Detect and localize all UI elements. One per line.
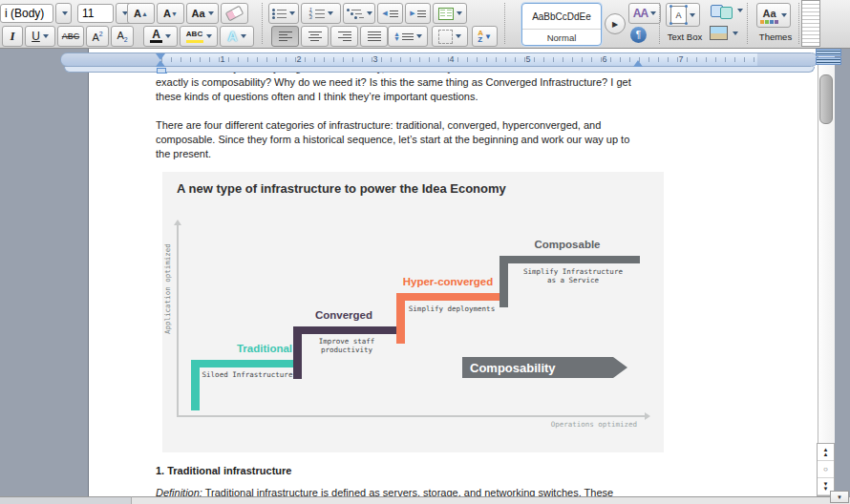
text-effects-button[interactable]: A: [220, 26, 254, 47]
text-box-button[interactable]: A: [666, 3, 700, 27]
eraser-icon: [225, 6, 244, 22]
strikethrough-button[interactable]: ABC: [57, 26, 84, 47]
left-indent-marker[interactable]: [157, 68, 166, 74]
x-axis-arrow-icon: [645, 412, 650, 420]
split-view-button[interactable]: [816, 57, 841, 65]
paragraph-mark-icon: ¶: [636, 30, 641, 40]
spacing-arrows-icon: ▲▼: [393, 32, 400, 41]
themes-button[interactable]: Aa: [756, 3, 791, 28]
italic-button[interactable]: I: [2, 26, 23, 47]
themes-group: Aa: [756, 3, 791, 28]
subscript-button[interactable]: A2: [111, 26, 134, 47]
numbered-list-button[interactable]: 1 2 3: [301, 3, 341, 24]
styles-expand-button[interactable]: ▶: [605, 13, 626, 34]
highlight-button[interactable]: ABC: [180, 26, 218, 47]
step-riser-hyperconverged: [396, 293, 405, 344]
font-size-combo[interactable]: 11: [77, 4, 114, 23]
horizontal-ruler[interactable]: 1234567: [60, 52, 818, 73]
chevron-down-icon: [62, 11, 68, 15]
chevron-down-icon: [165, 34, 171, 38]
toolbar-separator: [798, 3, 799, 44]
section-heading[interactable]: 1. Traditional infrastructure: [156, 464, 291, 478]
decrease-indent-button[interactable]: ◀: [377, 3, 403, 24]
previous-page-button[interactable]: ▲ ▲: [818, 444, 834, 461]
shrink-font-button[interactable]: A▼: [157, 3, 184, 24]
view-buttons-strip[interactable]: [0, 496, 132, 504]
textbox-group: A: [666, 3, 700, 27]
chevron-down-icon: [650, 11, 656, 15]
textbox-a-glyph: A: [675, 10, 681, 20]
columns-button[interactable]: [433, 3, 467, 24]
grow-font-button[interactable]: A▲: [127, 3, 155, 24]
sort-button[interactable]: AZ ▼: [472, 26, 498, 47]
show-paragraph-marks-button[interactable]: ¶: [630, 27, 647, 43]
highlight-icon: ABC: [186, 30, 203, 43]
borders-button[interactable]: [432, 26, 468, 47]
change-case-button[interactable]: Aa: [186, 3, 219, 24]
text-line: exactly is composability? Why do we need…: [156, 75, 631, 90]
align-left-button[interactable]: [271, 26, 299, 47]
ruler-margin-right: [757, 53, 818, 66]
chevron-down-icon: [43, 34, 49, 38]
styles-buttons: AA: [628, 3, 661, 24]
lines-icon: [417, 10, 426, 17]
infrastructure-figure[interactable]: A new type of infrastructure to power th…: [162, 172, 664, 452]
step-sublabel-converged: Improve staff productivity: [299, 337, 394, 354]
shapes-icon: [720, 7, 733, 19]
font-group: i (Body) 11: [0, 3, 132, 24]
font-color-group: A ABC A: [143, 26, 254, 47]
vertical-scrollbar-thumb[interactable]: [819, 74, 833, 124]
chevron-down-icon: [367, 11, 372, 15]
text-effects-icon: A: [227, 29, 237, 44]
ruler-toggle-button[interactable]: [816, 49, 841, 56]
step-sublabel-traditional: Siloed Infrastructure: [200, 370, 295, 379]
multilevel-list-button[interactable]: [343, 3, 375, 24]
picture-button[interactable]: [710, 26, 738, 40]
increase-indent-button[interactable]: ▶: [405, 3, 431, 24]
font-name-dropdown[interactable]: [55, 3, 72, 24]
right-indent-marker[interactable]: [633, 60, 643, 67]
x-axis-line: [177, 415, 645, 417]
styles-gallery-button[interactable]: AA: [628, 3, 661, 24]
superscript-button[interactable]: A2: [86, 26, 109, 47]
font-name-combo[interactable]: i (Body): [0, 4, 53, 23]
align-left-icon: [279, 32, 292, 41]
hanging-indent-marker[interactable]: [156, 60, 165, 67]
line-spacing-button[interactable]: ▲▼: [388, 26, 428, 47]
justify-icon: [368, 32, 381, 41]
chevron-down-icon: [328, 11, 333, 15]
ruler-lower-bar: [64, 67, 815, 73]
double-up-icon: ▲: [823, 452, 829, 457]
styles-gallery-partial[interactable]: [801, 0, 820, 47]
grow-font-icon: A: [134, 8, 141, 19]
style-preview-box[interactable]: AaBbCcDdEe Normal: [521, 3, 602, 46]
paragraph-2[interactable]: There are four different categories of i…: [156, 118, 629, 161]
scroll-down-button[interactable]: ▼: [830, 491, 849, 503]
font-size-value: 11: [82, 7, 94, 20]
select-browse-object-button[interactable]: ○: [818, 461, 834, 478]
shrink-font-icon: A: [163, 8, 171, 19]
first-line-indent-marker[interactable]: [156, 53, 165, 60]
step-bar-traditional: [191, 360, 293, 368]
toolbar-separator: [747, 3, 748, 44]
themes-aa-glyph: Aa: [762, 8, 776, 19]
justify-button[interactable]: [360, 26, 388, 47]
sort-icon: AZ ▼: [478, 30, 492, 43]
underline-button[interactable]: U: [25, 26, 55, 47]
styles-aa-icon: AA: [633, 7, 648, 20]
font-color-button[interactable]: A: [143, 26, 178, 47]
text-line: these kinds of questions often and I thi…: [156, 90, 631, 104]
indent-left-icon: ◀: [382, 10, 387, 17]
chevron-down-icon: [456, 34, 461, 38]
align-center-button[interactable]: [301, 26, 329, 47]
x-axis-label: Operations optimized: [551, 420, 637, 429]
multilevel-list-icon: [347, 8, 364, 19]
bullet-list-button[interactable]: [268, 3, 299, 24]
figure-title: A new type of infrastructure to power th…: [177, 181, 506, 196]
chevron-down-icon: [690, 13, 695, 17]
align-right-button[interactable]: [330, 26, 358, 47]
sort-group: AZ ▼: [472, 26, 498, 47]
clear-formatting-button[interactable]: [221, 3, 248, 24]
text-line: composable. Since they form a historical…: [156, 133, 629, 147]
shapes-button[interactable]: [711, 2, 743, 19]
